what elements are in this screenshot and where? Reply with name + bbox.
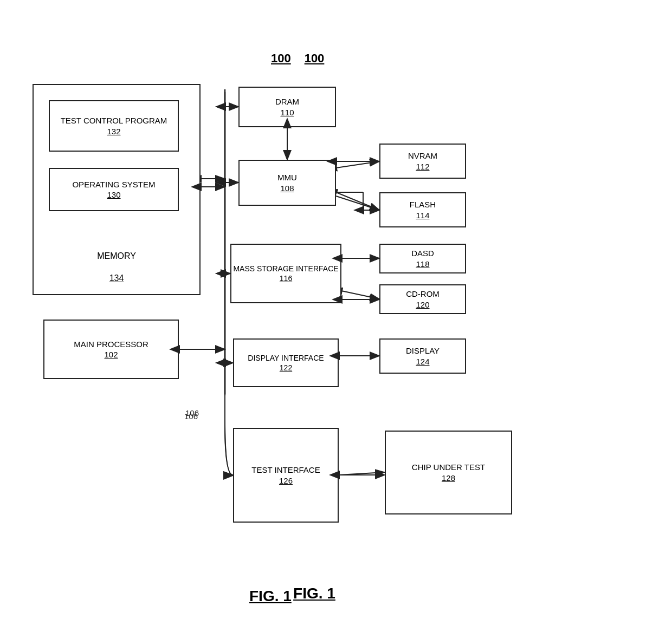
svg-line-30: [336, 196, 379, 210]
svg-line-20: [339, 472, 385, 475]
operating-system-box: OPERATING SYSTEM 130: [49, 168, 179, 211]
os-number: 130: [107, 190, 120, 200]
display-label: DISPLAY: [406, 346, 440, 356]
dram-box: DRAM 110: [238, 87, 336, 127]
memory-label: MEMORY: [97, 251, 136, 262]
diagram-title: 100: [287, 51, 341, 66]
dasd-number: 118: [416, 259, 429, 270]
nvram-label: NVRAM: [408, 151, 437, 161]
diagram-container: 100: [0, 0, 672, 632]
mmu-number: 108: [280, 183, 294, 194]
cdrom-box: CD-ROM 120: [379, 284, 466, 314]
main-processor-box: MAIN PROCESSOR 102: [43, 320, 179, 379]
mass-storage-box: MASS STORAGE INTERFACE 116: [230, 244, 341, 303]
diagram-title-text: 100: [271, 51, 291, 66]
test-control-label: TEST CONTROL PROGRAM: [61, 115, 167, 126]
svg-line-9: [336, 161, 379, 168]
svg-line-10: [336, 192, 379, 210]
dram-label: DRAM: [275, 96, 299, 107]
mmu-box: MMU 108: [238, 160, 336, 206]
chip-under-test-box: CHIP UNDER TEST 128: [385, 431, 512, 514]
cdrom-label: CD-ROM: [406, 289, 440, 299]
nvram-number: 112: [416, 161, 429, 172]
memory-number: 134: [109, 273, 124, 284]
test-control-box: TEST CONTROL PROGRAM 132: [49, 100, 179, 152]
display-box: DISPLAY 124: [379, 338, 466, 374]
fig-label-text: FIG. 1: [249, 588, 292, 605]
display-interface-number: 122: [280, 363, 292, 373]
main-processor-label: MAIN PROCESSOR: [74, 339, 148, 350]
chip-under-test-label: CHIP UNDER TEST: [412, 462, 485, 473]
flash-label: FLASH: [410, 199, 436, 210]
display-number: 124: [416, 356, 429, 367]
flash-box: FLASH 114: [379, 192, 466, 227]
mass-storage-number: 116: [280, 273, 292, 283]
display-interface-box: DISPLAY INTERFACE 122: [233, 338, 339, 387]
nvram-box: NVRAM 112: [379, 144, 466, 179]
dasd-box: DASD 118: [379, 244, 466, 273]
test-interface-number: 126: [279, 475, 293, 486]
dasd-label: DASD: [411, 248, 434, 259]
dram-number: 110: [280, 107, 294, 118]
display-interface-label: DISPLAY INTERFACE: [248, 353, 324, 363]
os-label: OPERATING SYSTEM: [72, 179, 155, 190]
test-interface-label: TEST INTERFACE: [251, 465, 320, 475]
main-processor-number: 102: [104, 349, 118, 360]
test-interface-box: TEST INTERFACE 126: [233, 428, 339, 523]
ref-106-label: 106: [184, 412, 198, 421]
test-control-number: 132: [107, 126, 120, 137]
cdrom-number: 120: [416, 299, 429, 310]
svg-line-13: [341, 291, 379, 299]
flash-number: 114: [416, 210, 429, 221]
mass-storage-label: MASS STORAGE INTERFACE: [233, 264, 338, 273]
mmu-label: MMU: [277, 172, 297, 183]
chip-under-test-number: 128: [442, 473, 455, 484]
